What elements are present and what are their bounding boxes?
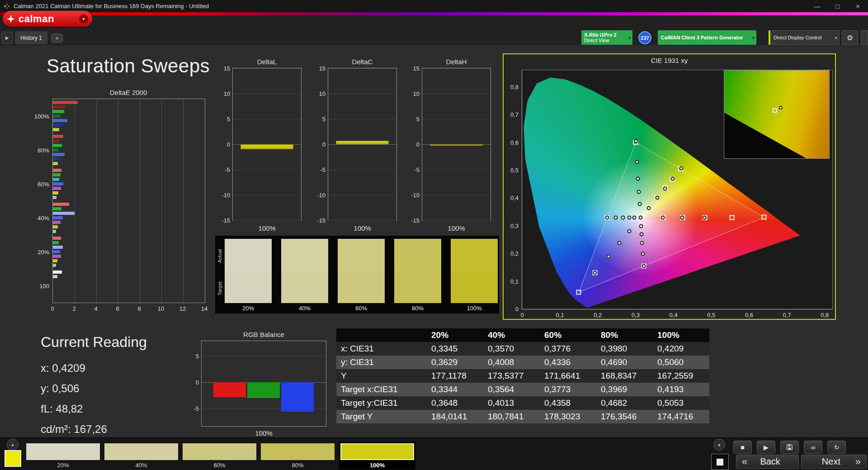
pattern-window-button[interactable] — [711, 454, 729, 470]
table-row-label: Target y:CIE31 — [336, 396, 427, 410]
compare-column-label: 60% — [338, 305, 385, 312]
table-cell: 0,3776 — [540, 342, 596, 356]
delta-y-tick: 15 — [312, 65, 326, 72]
deltae-bar — [53, 241, 59, 244]
cie-measured-point — [646, 206, 651, 210]
back-button[interactable]: « Back — [736, 455, 799, 469]
delta-y-tick: -15 — [406, 217, 420, 224]
saturation-swatch-100%[interactable]: 100% — [339, 442, 415, 470]
save-icon — [786, 444, 793, 451]
cie-measured-point — [663, 186, 667, 190]
maximize-button[interactable]: □ — [827, 0, 848, 12]
delta-gridline — [422, 195, 491, 195]
swatch-scroll-up-right-button[interactable]: ▲ — [713, 439, 725, 451]
cie-x-tick: 0,4 — [670, 312, 678, 318]
deltae-bar — [53, 178, 59, 181]
cie-x-tick: 0,8 — [821, 312, 829, 318]
delta-y-tick: -15 — [217, 217, 230, 224]
swatch-color — [26, 443, 100, 460]
tab-scroll-button[interactable]: ▶ — [1, 32, 13, 44]
delta-gridline — [233, 195, 301, 195]
delta-gridline — [328, 144, 396, 145]
back-chevron-icon: « — [742, 456, 747, 468]
toolbar-overflow-button[interactable] — [861, 30, 868, 45]
saturation-swatch-80%[interactable]: 80% — [261, 443, 335, 469]
saturation-swatch-60%[interactable]: 60% — [183, 443, 256, 469]
display-control-dropdown[interactable]: Direct Display Control ▾ — [769, 30, 840, 45]
pattern-generator-dropdown[interactable]: CalMAN Client 3 Pattern Generator ▾ — [658, 30, 756, 45]
calman-logo-menu[interactable]: calman ▾ — [3, 11, 92, 27]
delta-y-tick: 0 — [406, 141, 420, 148]
cie-target-point — [730, 215, 735, 220]
cie-measured-point — [618, 241, 622, 245]
cie-x-tick: 0,3 — [632, 312, 640, 318]
compare-actual-swatch — [394, 239, 441, 271]
table-row-label: Y — [336, 369, 427, 383]
deltae-bar — [53, 119, 67, 122]
deltae-bar — [53, 259, 57, 262]
cie-target-point — [762, 215, 767, 220]
compare-swatch — [281, 239, 328, 303]
swatch-scroll-up-left-button[interactable]: ▲ — [7, 439, 19, 451]
deltae-bar — [53, 207, 61, 210]
next-button[interactable]: Next » — [801, 455, 867, 469]
saturation-swatch-40%[interactable]: 40% — [104, 443, 178, 469]
table-cell: 177,1178 — [427, 369, 483, 383]
refresh-button[interactable]: ↻ — [827, 441, 846, 454]
deltae-bar — [53, 196, 57, 199]
deltae-x-axis: 02468101214 — [52, 305, 204, 313]
delta-gridline — [233, 170, 301, 170]
table-row-label: y: CIE31 — [336, 356, 427, 369]
table-cell: 168,8347 — [596, 369, 653, 383]
swatch-color — [104, 443, 178, 460]
table-row: Y177,1178173,5377171,6641168,8347167,255… — [336, 369, 709, 383]
settings-button[interactable]: ⚙ — [842, 30, 858, 45]
delta-value-bar — [336, 141, 389, 144]
play-button[interactable]: ▶ — [757, 441, 775, 454]
cie-y-tick: 0,5 — [510, 167, 519, 174]
compare-column: 80% — [394, 239, 441, 312]
saturation-swatch-20%[interactable]: 20% — [26, 443, 100, 469]
rgb-bar-red — [213, 382, 246, 397]
swatch-label: 40% — [104, 462, 178, 469]
cie-y-tick: 0 — [515, 306, 519, 313]
cie-measured-point — [680, 215, 684, 219]
delta-chart-deltac: DeltaC151050-5-10-15100% — [328, 58, 397, 232]
reading-fl: fL: 48,82 — [41, 399, 147, 419]
meter-mode: Direct View — [584, 38, 632, 43]
delta-y-tick: 10 — [312, 90, 326, 97]
delta-y-tick: 0 — [312, 141, 326, 148]
current-pattern-swatch[interactable] — [5, 450, 21, 467]
cie-measured-point — [636, 176, 640, 180]
cie-measured-point — [637, 190, 641, 194]
delta-y-tick: -10 — [406, 192, 420, 199]
delta-gridline — [328, 220, 396, 221]
deltae-bar — [53, 114, 61, 118]
deltae-bar-stack — [53, 101, 205, 131]
add-tab-button[interactable]: + — [51, 33, 63, 43]
deltae-bar-stack — [53, 169, 205, 199]
close-button[interactable]: × — [848, 0, 868, 12]
calman-star-icon — [7, 15, 15, 23]
tab-history-1[interactable]: History 1 — [15, 31, 47, 44]
delta-gridline — [328, 119, 396, 119]
cie-1931-panel[interactable]: CIE 1931 xy 00,10,20,30,40,50,60,70,80,8… — [503, 53, 836, 320]
chevron-down-icon: ▾ — [835, 35, 837, 40]
table-cell: 0,3648 — [427, 396, 483, 410]
meter-dropdown[interactable]: X-Rite i1Pro 2 Direct View ▾ — [581, 30, 632, 45]
minimize-button[interactable]: — — [807, 0, 827, 12]
save-button[interactable] — [780, 441, 799, 454]
app-icon — [4, 3, 10, 9]
cie-measured-point — [593, 271, 597, 275]
meter-count-badge[interactable]: 237 — [638, 31, 651, 44]
delta-gridline — [422, 94, 491, 94]
deltae-group: 100% — [53, 99, 205, 133]
link-readings-button[interactable]: ∞ — [804, 441, 822, 454]
delta-y-tick: -10 — [217, 192, 230, 199]
delta-chart-plot: 151050-5-10-15 — [422, 68, 491, 221]
delta-gridline — [328, 170, 396, 170]
stop-button[interactable]: ■ — [733, 441, 752, 454]
compare-columns: 20%40%60%80%100% — [225, 239, 498, 312]
delta-chart-title: DeltaH — [422, 58, 491, 68]
deltae-bar — [53, 110, 64, 113]
